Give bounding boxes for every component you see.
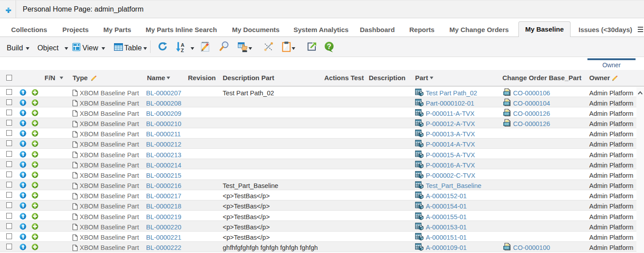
svg-text:CO: CO [505,102,509,105]
svg-text:CO: CO [505,112,509,115]
svg-text:?: ? [327,43,331,50]
svg-text:CO: CO [505,122,509,125]
svg-text:Z: Z [181,48,184,53]
svg-text:CO: CO [505,246,509,249]
svg-text:CO: CO [505,92,509,94]
svg-text:A: A [181,42,184,48]
